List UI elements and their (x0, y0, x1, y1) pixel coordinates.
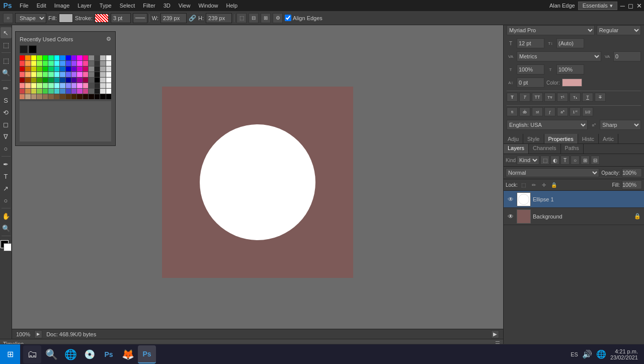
color-cell[interactable] (54, 94, 59, 99)
swatch-black[interactable] (20, 45, 28, 53)
color-cell[interactable] (31, 78, 36, 83)
fractions-btn[interactable]: ƒ (544, 107, 555, 116)
color-cell[interactable] (31, 66, 36, 71)
color-cell[interactable] (89, 94, 94, 99)
stroke-color-box[interactable] (95, 14, 109, 23)
color-cell[interactable] (71, 89, 76, 94)
color-cell[interactable] (43, 89, 48, 94)
height-input[interactable] (206, 13, 232, 23)
path-select-tool[interactable]: ↗ (1, 183, 12, 194)
color-cell[interactable] (48, 61, 53, 66)
menu-layer[interactable]: Layer (74, 2, 95, 10)
color-cell[interactable] (83, 83, 88, 88)
type-tool[interactable]: T (1, 171, 12, 182)
tab-layers[interactable]: Layers (504, 144, 529, 154)
color-cell[interactable] (83, 66, 88, 71)
all-caps-btn[interactable]: TT (532, 93, 543, 102)
color-cell[interactable] (95, 66, 100, 71)
color-cell[interactable] (106, 72, 111, 77)
color-cell[interactable] (25, 61, 30, 66)
color-cell[interactable] (48, 66, 53, 71)
color-cell[interactable] (106, 61, 111, 66)
layer-visibility-ellipse[interactable]: 👁 (507, 195, 515, 203)
bold-faux-btn[interactable]: T (507, 93, 518, 102)
fill-input[interactable] (622, 180, 642, 189)
shape-tool[interactable]: ○ (1, 195, 12, 206)
eraser-tool[interactable]: ◻ (1, 119, 12, 130)
color-cell[interactable] (100, 72, 105, 77)
lock-all-icon[interactable]: 🔒 (550, 181, 558, 189)
menu-select[interactable]: Select (116, 2, 139, 10)
taskbar-app-cortana[interactable]: 🔍 (42, 345, 60, 363)
color-cell[interactable] (95, 72, 100, 77)
adjust-tab-hist[interactable]: Histc (578, 134, 599, 143)
history-brush-tool[interactable]: ⟲ (1, 107, 12, 118)
opacity-input[interactable] (622, 168, 642, 177)
color-cell[interactable] (106, 94, 111, 99)
zoom-tool[interactable]: 🔍 (1, 223, 12, 234)
swash-btn[interactable]: 1ˢᵗ (570, 107, 581, 116)
color-cell[interactable] (83, 61, 88, 66)
swatch-dark[interactable] (29, 45, 37, 53)
color-cell[interactable] (54, 72, 59, 77)
color-cell[interactable] (77, 94, 82, 99)
lock-transparent-icon[interactable]: ⬚ (520, 181, 528, 189)
color-cell[interactable] (77, 55, 82, 60)
font-style-select[interactable]: Regular (597, 25, 641, 35)
color-cell[interactable] (89, 72, 94, 77)
menu-3d[interactable]: 3D (160, 2, 174, 10)
taskbar-app-ps-inactive[interactable]: Ps (100, 345, 118, 363)
color-cell[interactable] (100, 66, 105, 71)
kind-filter-select[interactable]: Kind (517, 156, 539, 165)
color-cell[interactable] (66, 72, 71, 77)
adjust-tab-style[interactable]: Style (523, 134, 544, 143)
fill-color-box[interactable] (59, 14, 73, 23)
color-cell[interactable] (54, 55, 59, 60)
color-cell[interactable] (71, 66, 76, 71)
color-cell[interactable] (43, 94, 48, 99)
taskbar-app-chrome[interactable]: 🌐 (61, 345, 79, 363)
color-cell[interactable] (71, 94, 76, 99)
taskbar-app-explorer[interactable]: 🗂 (23, 345, 41, 363)
color-cell[interactable] (20, 66, 25, 71)
color-cell[interactable] (31, 89, 36, 94)
color-cell[interactable] (71, 72, 76, 77)
color-cell[interactable] (95, 61, 100, 66)
color-cell[interactable] (77, 61, 82, 66)
close-button[interactable]: ✕ (636, 2, 642, 10)
filter-adj-icon[interactable]: ◐ (550, 156, 559, 165)
layer-item-background[interactable]: 👁 Background 🔒 (504, 208, 644, 225)
color-cell[interactable] (71, 55, 76, 60)
color-cell[interactable] (100, 94, 105, 99)
stroke-width-input[interactable] (111, 13, 131, 23)
color-cell[interactable] (66, 55, 71, 60)
color-cell[interactable] (43, 61, 48, 66)
color-cell[interactable] (25, 66, 30, 71)
color-cell[interactable] (25, 72, 30, 77)
color-cell[interactable] (31, 83, 36, 88)
tab-paths[interactable]: Paths (561, 144, 584, 154)
color-cell[interactable] (106, 66, 111, 71)
menu-file[interactable]: File (16, 2, 32, 10)
color-cell[interactable] (48, 78, 53, 83)
italic-faux-btn[interactable]: T (519, 93, 530, 102)
color-cell[interactable] (77, 78, 82, 83)
color-cell[interactable] (37, 89, 42, 94)
subscript-btn[interactable]: T₁ (570, 93, 581, 102)
color-cell[interactable] (20, 89, 25, 94)
start-button[interactable]: ⊞ (0, 344, 20, 365)
leading-input[interactable] (556, 38, 584, 48)
scale-h-input[interactable] (517, 64, 544, 75)
menu-view[interactable]: View (175, 2, 194, 10)
color-cell[interactable] (71, 78, 76, 83)
color-cell[interactable] (77, 66, 82, 71)
lock-position-icon[interactable]: ✛ (540, 181, 548, 189)
color-cell[interactable] (48, 94, 53, 99)
color-cell[interactable] (60, 61, 65, 66)
language-select[interactable]: English: USA (507, 120, 588, 130)
color-cell[interactable] (77, 72, 82, 77)
color-cell[interactable] (95, 83, 100, 88)
taskbar-app-ps-active[interactable]: Ps (138, 345, 156, 363)
blend-mode-select[interactable]: Normal (506, 168, 599, 177)
underline-btn[interactable]: T (582, 93, 593, 102)
